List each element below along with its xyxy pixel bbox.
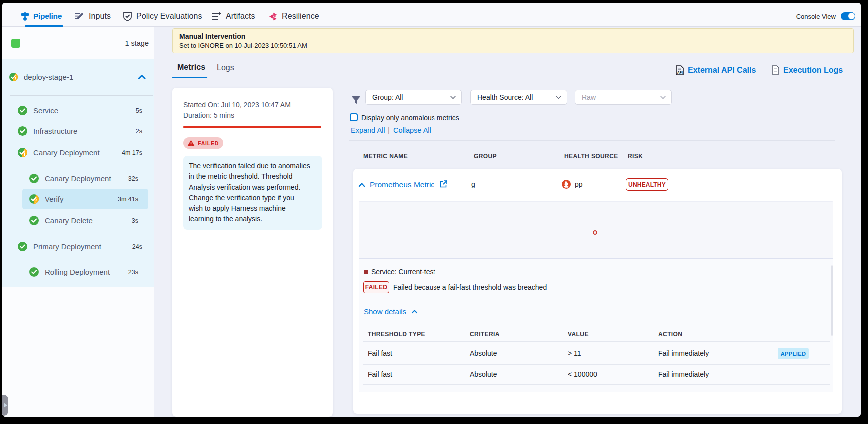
svg-text:API: API (677, 70, 683, 74)
